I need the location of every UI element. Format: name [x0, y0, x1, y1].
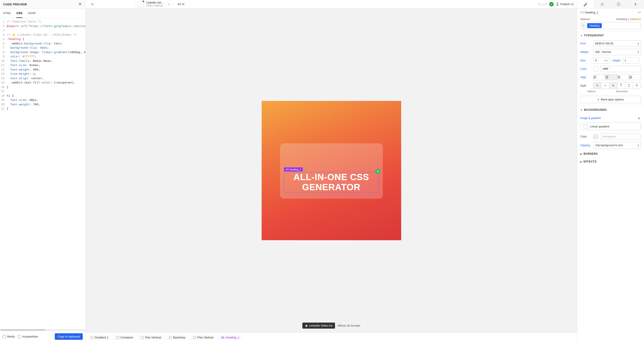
selected-element[interactable]: ALL-IN-ONE CSS GENERATOR: [284, 172, 379, 192]
undo-icon[interactable]: [538, 2, 542, 6]
redo-icon[interactable]: [543, 2, 547, 6]
weight-select[interactable]: 400 - Normal▴▾: [593, 49, 641, 55]
tab-palette[interactable]: [611, 0, 628, 8]
style-regular-button[interactable]: I: [594, 83, 601, 89]
element-name: heading_1: [585, 11, 598, 14]
gradient-item[interactable]: Linear gradient: [580, 123, 641, 130]
project-dimensions: 1920 x 1920 px: [146, 4, 164, 7]
backgrounds-section-header[interactable]: ▼BACKGROUNDS: [577, 106, 644, 114]
selector-input[interactable]: Heading: [580, 22, 641, 29]
size-input[interactable]: 8VMA: [593, 57, 610, 64]
align-right-button[interactable]: [617, 75, 629, 80]
svg-point-2: [618, 3, 618, 3]
minify-checkbox[interactable]: Minify: [3, 335, 15, 338]
borders-section-header[interactable]: ▶BORDERS: [577, 150, 644, 158]
code-preview-title: CODE PREVIEW: [3, 3, 27, 6]
effects-section-header[interactable]: ▶EFFECTS: [577, 158, 644, 166]
more-icon[interactable]: •••: [638, 11, 641, 14]
breadcrumb-item[interactable]: Flex Vertical: [189, 335, 216, 340]
typography-section-header[interactable]: ▼TYPOGRAPHY: [577, 31, 644, 39]
selector-cursor-icon: [582, 23, 586, 28]
align-center-button[interactable]: [605, 75, 617, 80]
text-color-input[interactable]: #ffffff: [600, 66, 641, 72]
line-height-input[interactable]: 1-: [622, 57, 640, 64]
code-tabs: HTML CSS GSAP: [0, 9, 86, 18]
tab-style[interactable]: [577, 0, 594, 8]
add-gradient-button[interactable]: ＋: [637, 115, 641, 121]
svg-point-3: [618, 5, 618, 5]
decoration-strike-button[interactable]: T: [633, 83, 641, 89]
tab-gsap[interactable]: GSAP: [28, 9, 36, 18]
more-type-options-button[interactable]: ▼More type options: [580, 96, 641, 103]
selector-chip[interactable]: Heading: [587, 23, 602, 28]
close-icon[interactable]: [78, 2, 82, 6]
align-justify-button[interactable]: [629, 75, 641, 80]
decoration-none-button[interactable]: ✕: [609, 83, 617, 89]
bolt-icon[interactable]: [376, 169, 380, 174]
inheriting-count[interactable]: 2 selectors: [628, 18, 641, 21]
weight-label[interactable]: Weight: [580, 50, 591, 54]
code-preview-panel: CODE PREVIEW HTML CSS GSAP 1/* Template …: [0, 0, 86, 342]
breadcrumb: Gradient 1ContainerFlex VerticalBackdrop…: [86, 333, 577, 342]
status-check-icon: [549, 2, 554, 6]
autoprefixer-checkbox[interactable]: Autoprefixer: [18, 335, 38, 338]
format-chip[interactable]: LinkedIn Video Ad: [302, 323, 335, 329]
style-italic-button[interactable]: I: [601, 83, 609, 89]
breadcrumb-item[interactable]: Backdrop: [165, 335, 188, 340]
chevron-down-icon[interactable]: [168, 3, 170, 5]
code-editor[interactable]: 1/* Template Fonts */2@import url('https…: [0, 18, 86, 329]
gradient-swatch: [584, 124, 588, 129]
bg-color-label: Color: [580, 135, 591, 138]
zoom-level[interactable]: 62 %: [173, 0, 190, 8]
project-picker[interactable]: LinkedIn Vid… 1920 x 1920 px: [135, 0, 173, 8]
horizontal-scrollbar[interactable]: [0, 329, 86, 331]
tab-css[interactable]: CSS: [16, 9, 22, 18]
decoration-overline-button[interactable]: T: [617, 83, 625, 89]
font-select[interactable]: BEBAS NEUE▴▾: [593, 40, 641, 47]
color-label[interactable]: Color: [580, 67, 591, 71]
bg-color-swatch[interactable]: [593, 134, 598, 139]
top-bar: LinkedIn Vid… 1920 x 1920 px 62 % Publis…: [86, 0, 577, 8]
heading-text: ALL-IN-ONE CSS GENERATOR: [284, 172, 378, 192]
image-gradient-link[interactable]: Image & gradient: [580, 117, 600, 120]
tab-settings[interactable]: [594, 0, 611, 8]
size-label[interactable]: Size: [580, 59, 591, 62]
affects-text: Affects all formats: [337, 324, 360, 327]
style-label: Style: [580, 84, 591, 87]
element-tag: H1: [580, 11, 584, 14]
tab-effects[interactable]: [627, 0, 644, 8]
publish-button[interactable]: Publish v1: [556, 2, 574, 6]
project-thumbnail: [138, 1, 144, 7]
canvas-area[interactable]: H1 heading_1 ALL-IN-ONE CSS GENERATOR Li…: [86, 8, 577, 333]
copy-to-clipboard-button[interactable]: Copy to clipboard: [55, 333, 83, 340]
selector-label: Selector: [580, 18, 590, 21]
decoration-underline-button[interactable]: T: [625, 83, 633, 89]
align-left-button[interactable]: [594, 75, 605, 80]
breadcrumb-item[interactable]: H1heading_1: [217, 335, 242, 340]
align-label[interactable]: Align: [580, 76, 591, 79]
breadcrumb-item[interactable]: Flex Vertical: [137, 335, 164, 340]
svg-point-0: [602, 3, 603, 5]
tab-html[interactable]: HTML: [3, 9, 11, 18]
inspector-panel: H1 heading_1 ••• Selector Inheriting 2 s…: [577, 0, 644, 342]
breadcrumb-item[interactable]: Container: [112, 335, 136, 340]
font-label[interactable]: Font: [580, 42, 591, 45]
text-color-swatch[interactable]: [593, 66, 598, 71]
project-name: LinkedIn Vid…: [146, 1, 164, 4]
svg-point-1: [618, 4, 618, 4]
canvas[interactable]: H1 heading_1 ALL-IN-ONE CSS GENERATOR: [262, 101, 401, 240]
height-label[interactable]: Height: [612, 59, 620, 62]
clipping-label[interactable]: Clipping: [580, 144, 591, 147]
clipping-select[interactable]: Clip background to text▴▾: [593, 142, 641, 149]
breadcrumb-item[interactable]: Gradient 1: [88, 335, 111, 340]
selection-label: H1 heading_1: [284, 168, 303, 171]
activity-icon[interactable]: [90, 2, 94, 6]
bg-color-input[interactable]: transparent: [600, 134, 641, 140]
